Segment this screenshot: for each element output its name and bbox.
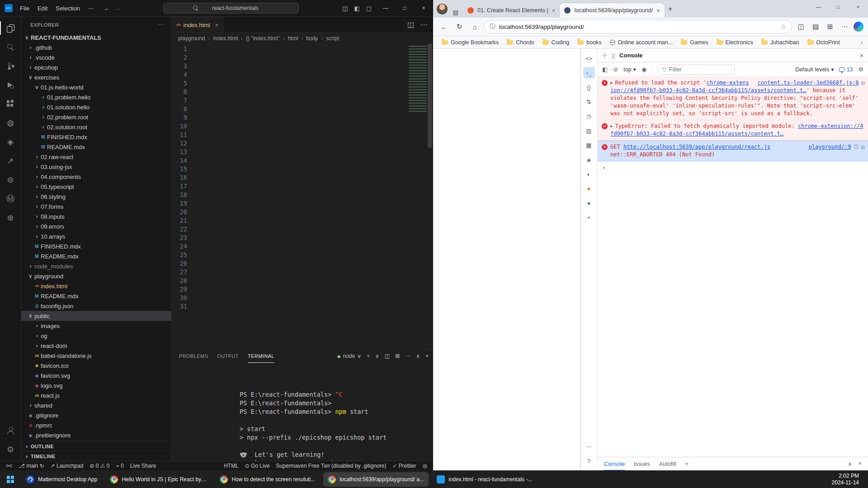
mattermost-icon[interactable]: Ⓜ: [0, 189, 21, 208]
drawer-tab[interactable]: Autofill: [659, 457, 676, 471]
tree-item[interactable]: › epicshop: [21, 62, 171, 72]
kill-terminal-icon[interactable]: ⊠: [395, 353, 400, 359]
explorer-icon[interactable]: [0, 19, 21, 38]
bookmark-item[interactable]: Coding: [539, 38, 573, 47]
bookmark-item[interactable]: books: [574, 38, 604, 47]
tree-item[interactable]: .npmrc: [21, 420, 171, 430]
inspect-element-icon[interactable]: ⊹: [602, 52, 607, 59]
tree-item[interactable]: FINISHED.mdx: [21, 241, 171, 251]
search-icon[interactable]: [0, 38, 21, 56]
tree-item[interactable]: favicon.ico: [21, 361, 171, 371]
split-screen-icon[interactable]: ◫: [795, 20, 807, 33]
sources-panel-icon[interactable]: {}: [583, 81, 595, 93]
command-center-search[interactable]: [163, 3, 299, 14]
tree-item[interactable]: README.mdx: [21, 142, 171, 152]
nav-back-icon[interactable]: ←: [104, 5, 110, 12]
split-terminal-icon[interactable]: ◫: [385, 353, 390, 359]
new-tab-button[interactable]: +: [665, 3, 676, 15]
tree-item[interactable]: › 01.problem.hello: [21, 92, 171, 102]
explorer-more-icon[interactable]: ⋯: [159, 22, 164, 28]
github-icon[interactable]: ◍: [0, 113, 21, 132]
bookmarks-overflow-icon[interactable]: ›: [861, 39, 863, 46]
ports-item[interactable]: ⌁ 0: [113, 461, 127, 471]
browser-tab[interactable]: localhost:5639/app/playground/ ×: [560, 3, 664, 18]
filter-input[interactable]: [669, 66, 723, 73]
add-panel-icon[interactable]: +: [583, 211, 595, 223]
minimize-icon[interactable]: —: [376, 0, 395, 17]
tree-item[interactable]: › node_modules: [21, 261, 171, 271]
console-message[interactable]: playground/:9ⓘ◱ GET http://localhost:563…: [598, 141, 868, 161]
live-share-item[interactable]: Live Share: [127, 461, 159, 471]
settings-gear-icon[interactable]: ⚙: [0, 440, 21, 459]
console-source-link[interactable]: content.ts-loader-3ed3668f.js:8: [757, 79, 859, 87]
console-sidebar-icon[interactable]: ◧: [602, 66, 608, 73]
terminal-dropdown-icon[interactable]: ∨: [375, 353, 379, 359]
tree-item[interactable]: babel-standalone.js: [21, 351, 171, 361]
menu-item[interactable]: File: [16, 4, 33, 13]
toggle-panel-icon[interactable]: ◫: [342, 5, 348, 12]
tree-item[interactable]: favicon.svg: [21, 371, 171, 380]
console-message[interactable]: ▶TypeError: Failed to fetch dynamically …: [598, 120, 868, 141]
breadcrumb-item[interactable]: body: [298, 35, 318, 42]
bookmark-item[interactable]: Juhachiban: [758, 38, 802, 47]
tree-item[interactable]: ∨ public: [21, 311, 171, 321]
panel-tab[interactable]: TERMINAL: [248, 349, 274, 363]
console-filter[interactable]: ▽: [658, 65, 735, 75]
log-levels-selector[interactable]: Default levels ▾: [795, 66, 834, 73]
tree-item[interactable]: › react-dom: [21, 341, 171, 351]
drawer-tab[interactable]: +: [685, 457, 689, 471]
go-live-item[interactable]: ⊙ Go Live: [242, 461, 273, 471]
minimap[interactable]: [409, 46, 427, 113]
taskbar-app-chrome-3[interactable]: localhost:5639/app/playground/ a...: [323, 472, 429, 487]
search-input[interactable]: [201, 5, 269, 11]
remote-indicator[interactable]: ><: [3, 461, 15, 471]
terminal-output[interactable]: PS E:\react-fundamentals> ^C PS E:\react…: [172, 363, 433, 461]
tab-close-icon[interactable]: ×: [215, 22, 219, 28]
tree-item[interactable]: › 10.arrays: [21, 231, 171, 241]
editor-more-icon[interactable]: ⋯: [420, 20, 428, 29]
toggle-sidebar-icon[interactable]: ◧: [354, 5, 359, 12]
drawer-tab[interactable]: Console: [604, 457, 625, 471]
maximize-panel-icon[interactable]: ∧: [416, 353, 420, 359]
tree-item[interactable]: › 07.forms: [21, 202, 171, 211]
elements-panel-icon[interactable]: <>: [583, 52, 595, 64]
sidebar-section-header[interactable]: › TIMELINE: [21, 451, 171, 461]
tree-item[interactable]: ∨ playground: [21, 271, 171, 281]
tree-item[interactable]: › 03.using-jsx: [21, 162, 171, 172]
more-tools-icon[interactable]: ⋯: [583, 441, 595, 452]
device-toolbar-icon[interactable]: ▯: [612, 52, 615, 59]
breadcrumb-item[interactable]: index.html: [205, 35, 238, 42]
remote-explorer-icon[interactable]: ⊕: [0, 208, 21, 227]
profile-avatar[interactable]: [437, 4, 448, 14]
new-terminal-icon[interactable]: +: [367, 353, 370, 359]
account-icon[interactable]: [0, 421, 21, 440]
git-branch-item[interactable]: ⎇ main ↻: [15, 461, 47, 471]
memory-panel-icon[interactable]: ▥: [583, 125, 595, 136]
launchpad-item[interactable]: ↗ Launchpad: [47, 461, 87, 471]
taskbar-clock[interactable]: 2:02 PM 2024-11-14: [832, 473, 866, 486]
tree-item[interactable]: › 02.raw-react: [21, 152, 171, 162]
console-source-link[interactable]: ◱: [861, 79, 864, 87]
devtools-settings-gear-icon[interactable]: ⚙: [858, 66, 863, 73]
context-selector[interactable]: top ▾: [623, 66, 636, 73]
address-bar[interactable]: ⓘ ☆: [484, 20, 792, 33]
home-icon[interactable]: ⌂: [468, 20, 481, 33]
editor-scrollbar[interactable]: [427, 44, 433, 349]
minimize-icon[interactable]: —: [808, 0, 828, 14]
tab-close-icon[interactable]: ×: [656, 7, 660, 14]
panel-more-icon[interactable]: ⋯: [405, 353, 410, 359]
editor-tab-index-html[interactable]: index.html ×: [172, 17, 223, 33]
prettier-item[interactable]: ✓ Prettier: [389, 461, 419, 471]
tree-item[interactable]: README.mdx: [21, 291, 171, 301]
console-prompt[interactable]: ›: [598, 161, 868, 174]
maximize-icon[interactable]: □: [395, 0, 414, 17]
problems-item[interactable]: ⊘ 0 ⚠ 0: [86, 461, 113, 471]
panel-tab[interactable]: PROBLEMS: [179, 349, 208, 363]
workspaces-icon[interactable]: ▤: [450, 7, 461, 18]
nav-forward-icon[interactable]: →: [114, 5, 120, 12]
close-drawer-icon[interactable]: ×: [859, 460, 862, 467]
console-source-link[interactable]: playground/:9: [808, 143, 851, 151]
tree-item[interactable]: › images: [21, 321, 171, 331]
refresh-icon[interactable]: ↻: [453, 20, 466, 33]
tree-item[interactable]: react.js: [21, 390, 171, 400]
